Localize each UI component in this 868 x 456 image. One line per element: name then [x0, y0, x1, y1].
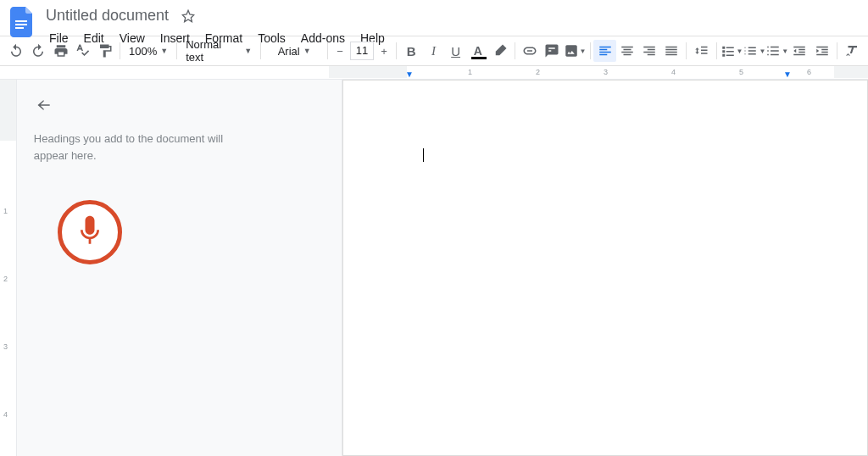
toolbar-separator [686, 42, 687, 59]
font-size-increase[interactable]: + [376, 42, 392, 60]
outline-panel: Headings you add to the document will ap… [17, 80, 342, 456]
indent-decrease-icon[interactable] [788, 40, 810, 62]
indent-marker-icon[interactable]: ▼ [405, 70, 414, 79]
voice-typing-icon[interactable] [58, 200, 122, 264]
page-area [342, 80, 868, 456]
ruler-margin-top [0, 80, 16, 141]
print-icon[interactable] [49, 40, 71, 62]
close-outline-icon[interactable] [34, 95, 54, 115]
document-title[interactable]: Untitled document [42, 5, 172, 26]
ruler-tick: 6 [807, 68, 811, 76]
spellcheck-icon[interactable] [72, 40, 94, 62]
highlight-color-button[interactable] [489, 40, 511, 62]
ruler-tick: 4 [3, 410, 8, 419]
align-left-icon[interactable] [593, 40, 615, 62]
paint-format-icon[interactable] [94, 40, 116, 62]
bold-button[interactable]: B [400, 40, 422, 62]
toolbar-separator [120, 42, 120, 59]
toolbar: 100%▼ Normal text▼ Arial▼ − 11 + B I U A… [0, 36, 868, 66]
text-cursor [423, 148, 424, 162]
document-page[interactable] [342, 80, 868, 456]
ruler-tick: 2 [536, 68, 540, 76]
align-center-icon[interactable] [616, 40, 638, 62]
indent-marker-icon[interactable]: ▼ [783, 70, 792, 79]
ruler-tick: 1 [468, 68, 472, 76]
toolbar-separator [396, 42, 397, 59]
font-size-input[interactable]: 11 [350, 42, 374, 60]
insert-comment-icon[interactable] [541, 40, 563, 62]
paragraph-style-select[interactable]: Normal text▼ [181, 40, 257, 62]
checklist-icon[interactable]: ▼ [721, 40, 743, 62]
font-select[interactable]: Arial▼ [264, 40, 324, 62]
redo-icon[interactable] [27, 40, 49, 62]
undo-icon[interactable] [5, 40, 27, 62]
ruler-margin-left [329, 66, 407, 78]
workspace: 1 2 3 4 Headings you add to the document… [0, 80, 868, 456]
font-size-group: − 11 + [331, 42, 392, 60]
insert-image-icon[interactable]: ▼ [564, 40, 587, 62]
ruler-tick: 3 [3, 342, 8, 351]
insert-link-icon[interactable] [519, 40, 541, 62]
svg-rect-0 [15, 20, 27, 22]
italic-button[interactable]: I [422, 40, 444, 62]
toolbar-separator [515, 42, 515, 59]
bulleted-list-icon[interactable]: ▼ [743, 40, 765, 62]
align-justify-icon[interactable] [660, 40, 682, 62]
ruler-margin-right [834, 66, 868, 78]
underline-button[interactable]: U [445, 40, 467, 62]
svg-rect-1 [15, 24, 27, 25]
indent-increase-icon[interactable] [811, 40, 833, 62]
ruler-tick: 2 [3, 275, 8, 283]
numbered-list-icon[interactable]: ▼ [765, 40, 788, 62]
font-size-decrease[interactable]: − [331, 42, 348, 60]
star-icon[interactable] [181, 8, 196, 24]
toolbar-separator [327, 42, 328, 59]
outline-hint-text: Headings you add to the document will ap… [34, 131, 254, 164]
align-right-icon[interactable] [638, 40, 660, 62]
vertical-ruler[interactable]: 1 2 3 4 [0, 80, 17, 456]
ruler-tick: 5 [739, 68, 743, 76]
horizontal-ruler[interactable]: ▼ 1 2 3 4 5 ▼ 6 [0, 66, 868, 80]
svg-rect-2 [15, 27, 24, 29]
toolbar-separator [176, 42, 177, 59]
ruler-tick: 4 [671, 68, 676, 76]
docs-logo[interactable] [7, 7, 37, 37]
toolbar-separator [260, 42, 261, 59]
line-spacing-icon[interactable] [690, 40, 712, 62]
ruler-tick: 3 [604, 68, 608, 76]
text-color-button[interactable]: A [467, 40, 489, 62]
zoom-select[interactable]: 100%▼ [124, 40, 173, 62]
ruler-tick: 1 [3, 207, 8, 215]
header-bar: Untitled document File Edit View Insert … [0, 0, 868, 36]
toolbar-separator [837, 42, 837, 59]
toolbar-separator [590, 42, 591, 59]
clear-formatting-icon[interactable] [841, 40, 863, 62]
toolbar-separator [716, 42, 717, 59]
